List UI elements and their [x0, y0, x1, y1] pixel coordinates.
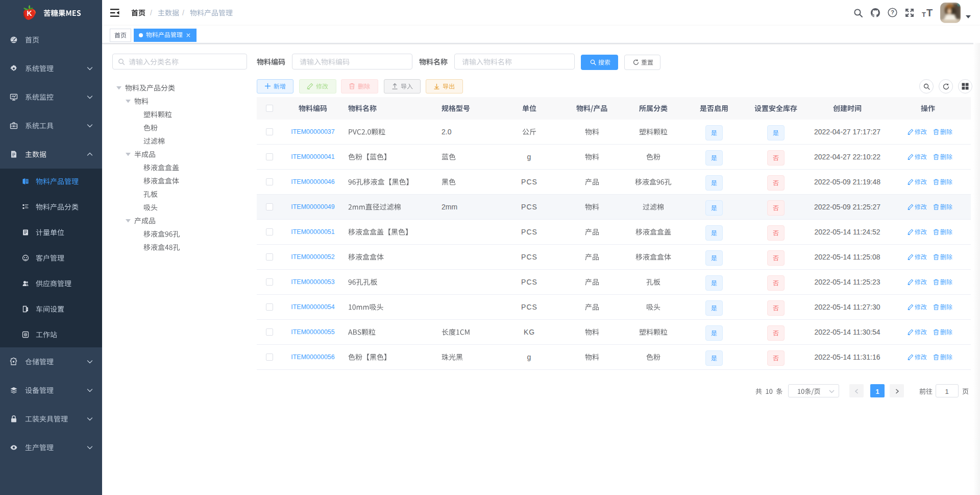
svg-text:K: K: [27, 9, 32, 17]
svg-text:?: ?: [891, 9, 894, 15]
